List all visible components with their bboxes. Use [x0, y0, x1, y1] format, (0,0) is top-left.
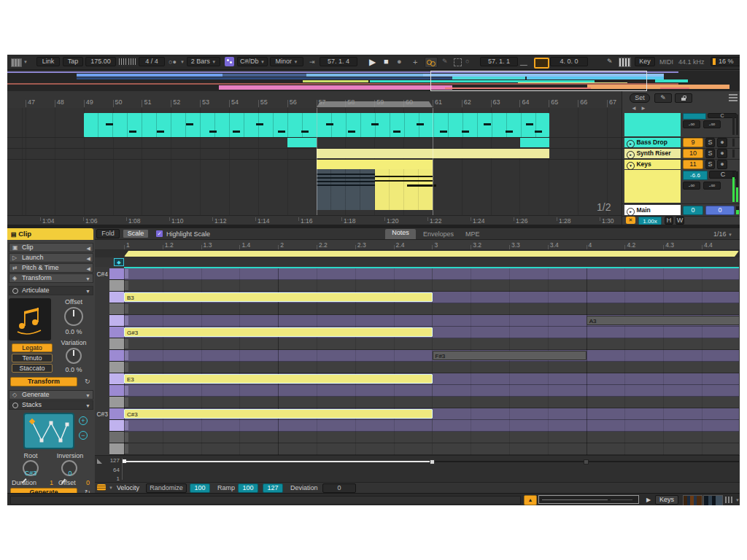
re-enable-automation-icon[interactable]: ○ [465, 58, 469, 65]
variation-value[interactable]: 0.0 % [54, 366, 93, 373]
overview-viewport[interactable] [430, 71, 647, 91]
gen-offset-value[interactable]: 0 [86, 479, 90, 486]
bar-number[interactable]: 64 [522, 98, 529, 106]
track-color-block[interactable] [624, 170, 681, 203]
bar-number[interactable]: 48 [57, 98, 64, 106]
piano-key[interactable] [109, 362, 124, 373]
bar-number[interactable]: 62 [464, 98, 471, 106]
scale-fold-toggle[interactable]: ◆ [114, 258, 124, 266]
beat-label[interactable]: 1.2 [165, 241, 174, 249]
piano-key[interactable] [109, 385, 124, 397]
loop-bar-right-cap[interactable] [735, 251, 739, 257]
midi-map-label[interactable]: MIDI [659, 58, 673, 66]
scale-name-menu[interactable]: Minor ▼ [270, 57, 303, 66]
device-thumbnail[interactable] [683, 495, 703, 505]
collapse-chevron-icon[interactable]: ◀ [87, 254, 90, 262]
collapse-chevron-icon[interactable]: ◀ [87, 244, 90, 252]
key-map-button[interactable]: Key [635, 57, 655, 66]
arm-button[interactable]: ● [717, 149, 727, 158]
draw-mode-icon[interactable] [425, 57, 438, 68]
randomize-button[interactable]: Randomize [146, 483, 187, 493]
articulation-tenuto[interactable]: Tenuto [12, 354, 53, 362]
automation-mode-icon[interactable] [454, 58, 462, 66]
piano-key[interactable] [109, 338, 124, 350]
stacks-graph[interactable] [23, 413, 74, 449]
expand-chevron-icon[interactable]: ▼ [85, 392, 90, 400]
section-pitch-time[interactable]: ⇄Pitch & Time◀ [9, 263, 93, 273]
track-color-block[interactable] [624, 113, 681, 136]
offset-value[interactable]: 0.0 % [54, 328, 93, 335]
inversion-value[interactable]: 0 [50, 470, 90, 477]
beat-label[interactable]: 2.3 [357, 241, 366, 249]
loop-length-field[interactable]: 4. 0. 0 [550, 57, 588, 66]
dropdown-chevron-icon[interactable]: ▼ [85, 402, 90, 410]
bar-number[interactable]: 49 [86, 98, 93, 106]
track-header-partial[interactable]: C -∞ -∞ [622, 113, 740, 138]
velocity-node[interactable] [430, 459, 435, 464]
loop-bar-left-cap[interactable] [124, 251, 128, 257]
bar-number[interactable]: 65 [551, 98, 558, 106]
window-options-caret-icon[interactable]: ▼ [23, 60, 28, 64]
cpu-meter[interactable]: 16 % [711, 57, 740, 66]
bar-number[interactable]: 54 [231, 98, 239, 106]
piano-key[interactable] [109, 280, 124, 292]
track-header-keys[interactable]: ▾ Keys 11 S ● [622, 160, 740, 170]
velocity-lane-label[interactable]: Velocity [117, 484, 139, 491]
beat-label[interactable]: 3 [434, 241, 438, 249]
send-b-box[interactable]: -∞ [703, 120, 721, 128]
beat-label[interactable]: 4.2 [627, 241, 635, 249]
grid-value[interactable]: 1/16 ▼ [713, 230, 732, 238]
tab-envelopes[interactable]: Envelopes [423, 230, 454, 238]
track-activator[interactable]: 9 [683, 138, 703, 147]
track-name-strip[interactable]: ▸ Bass Drop [624, 138, 681, 147]
bar-number[interactable]: 61 [435, 98, 442, 106]
dropdown-chevron-icon[interactable]: ▼ [85, 287, 90, 295]
lane-header-icon[interactable] [97, 484, 106, 491]
track-name-strip[interactable]: ▸ Main [624, 205, 681, 215]
scale-button[interactable]: Scale [123, 229, 149, 238]
bar-number[interactable]: 55 [260, 98, 268, 106]
send-a-box[interactable]: -∞ [683, 120, 700, 128]
record-button[interactable]: ● [397, 57, 402, 66]
track-header-synth-riser[interactable]: ▸ Synth Riser 10 S ● [622, 149, 740, 160]
note-grid[interactable]: B3A3G#3F#3E3C#3 [124, 268, 739, 455]
bar-number[interactable]: 53 [202, 98, 209, 106]
piano-key[interactable] [109, 315, 124, 327]
editor-loop-bar-lane[interactable] [95, 250, 740, 257]
width-button[interactable]: W [676, 217, 684, 225]
lane-options-icon[interactable] [729, 94, 738, 101]
bar-number[interactable]: 56 [290, 98, 297, 106]
lane-chevron-icon[interactable]: ▼ [109, 486, 113, 490]
punch-in-icon[interactable] [519, 58, 532, 66]
beat-label[interactable]: 3.4 [550, 241, 559, 249]
solo-button[interactable]: S [705, 149, 715, 158]
loop-switch-icon[interactable] [534, 58, 549, 69]
track-unfold-icon[interactable]: ▸ [627, 140, 635, 148]
piano-keys-column[interactable] [109, 268, 124, 455]
piano-key[interactable] [109, 443, 124, 455]
track-activator[interactable]: 11 [683, 160, 703, 169]
loop-brace[interactable] [317, 101, 433, 107]
send-a-field[interactable]: -∞ [683, 182, 700, 190]
midi-note[interactable]: G#3 [124, 327, 433, 337]
beat-label[interactable]: 1.3 [204, 241, 212, 249]
beat-label[interactable]: 2.4 [396, 241, 405, 249]
stacks-dropdown[interactable]: Stacks▼ [9, 400, 93, 410]
velocity-node[interactable] [123, 459, 126, 463]
midi-arrangement-overdub-icon[interactable]: ✎ [607, 58, 613, 65]
bar-number[interactable]: 47 [28, 98, 35, 106]
articulate-dropdown[interactable]: Articulate▼ [9, 286, 93, 295]
piano-key[interactable] [109, 420, 124, 432]
expand-chevron-icon[interactable]: ▼ [85, 275, 90, 283]
clip-keys-selected[interactable] [317, 169, 375, 210]
section-generate[interactable]: ◇Generate▼ [9, 390, 93, 400]
articulation-legato[interactable]: Legato [12, 343, 53, 352]
midi-note[interactable]: C#3 [124, 409, 433, 419]
quantization-menu[interactable]: 2 Bars ▼ [187, 57, 220, 66]
clip-tab[interactable]: ▤ Clip [7, 228, 93, 240]
beat-label[interactable]: 2.2 [319, 241, 328, 249]
next-locator-button[interactable]: ► [640, 105, 646, 112]
track-name-strip[interactable]: ▾ Keys [624, 160, 681, 169]
beat-label[interactable]: 2 [280, 241, 284, 249]
bar-number[interactable]: 52 [173, 98, 180, 106]
